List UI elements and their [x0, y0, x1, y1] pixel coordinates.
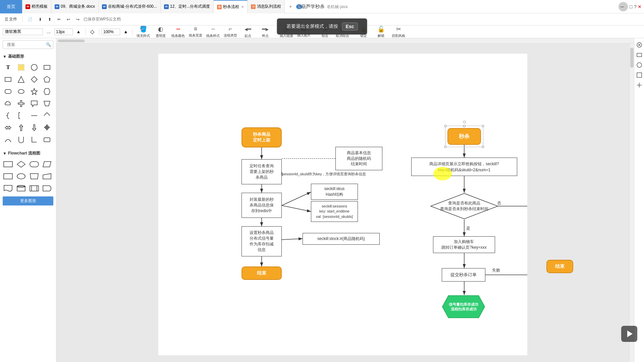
flowchart-title[interactable]: ▼ Flowchart 流程图: [3, 149, 53, 158]
vertical-scrollbar[interactable]: [629, 44, 634, 362]
node-query-check[interactable]: 查询是否有此商品查询是否未到秒杀结束时间: [430, 193, 498, 220]
shape-l-shape[interactable]: [29, 134, 40, 145]
basic-shapes-title[interactable]: ▼ 基础图形: [3, 52, 53, 61]
node-seckill-skus[interactable]: seckill:skusHash结构: [311, 184, 358, 200]
node-set-signal[interactable]: 设置秒杀商品分布式信号量作为库存扣减信息: [241, 226, 282, 256]
font-size-up-btn[interactable]: ▲: [74, 27, 83, 36]
tab-add-btn[interactable]: +: [285, 4, 296, 10]
shape-rounded[interactable]: [3, 86, 13, 97]
node-end-right[interactable]: 结束: [546, 260, 573, 273]
tab-wps[interactable]: W 稻壳模板: [22, 0, 51, 13]
node-task-query[interactable]: 定时任务查询需要上架的秒杀商品: [241, 159, 282, 184]
file-menu-btn[interactable]: ☰ 文件: [3, 16, 19, 23]
flow-cylinder[interactable]: [16, 183, 26, 194]
canvas-area[interactable]: 是 否 失败: [56, 38, 634, 362]
flow-parallelogram[interactable]: [42, 159, 52, 170]
shape-oval[interactable]: [16, 86, 26, 97]
shape-bracket[interactable]: [16, 110, 26, 121]
shape-extra[interactable]: [42, 134, 52, 145]
shape-brace-left[interactable]: [3, 110, 13, 121]
modal-esc-key[interactable]: Esc: [342, 22, 358, 31]
flow-trapezoid[interactable]: [29, 171, 40, 182]
panel-btn-1[interactable]: [635, 41, 643, 49]
minimize-btn[interactable]: ─: [618, 2, 627, 11]
rotation-handle[interactable]: [463, 121, 466, 123]
start-point-btn[interactable]: ◂━ 起点: [240, 26, 256, 38]
node-package-redis[interactable]: 封装最新的秒杀商品信息保存到redis中: [241, 193, 282, 218]
canvas-page[interactable]: 是 否 失败: [158, 54, 527, 355]
shape-rect[interactable]: [42, 62, 52, 73]
shape-sticky[interactable]: [16, 62, 26, 73]
flow-oval[interactable]: [16, 171, 26, 182]
bold-format-btn[interactable]: ◇: [88, 27, 97, 36]
canvas-scroll-area[interactable]: 是 否 失败: [56, 44, 629, 362]
node-seckill-sessions[interactable]: seckill:sessionskey: start_endtimeval: […: [311, 201, 358, 222]
opacity-btn[interactable]: ◐ 透明度: [153, 26, 169, 38]
maximize-btn[interactable]: □: [627, 2, 635, 11]
node-add-cart[interactable]: 加入购物车跳转订单确认页?key=xxx: [433, 236, 495, 253]
panel-btn-3[interactable]: [635, 61, 643, 69]
upload-btn[interactable]: ⬆: [46, 16, 53, 22]
font-select[interactable]: [3, 28, 43, 35]
horizontal-scrollbar-top[interactable]: [56, 38, 634, 44]
panel-btn-2[interactable]: [635, 51, 643, 59]
line-style-btn[interactable]: ┄ 线条样式: [205, 26, 221, 38]
zoom-input[interactable]: [102, 28, 120, 35]
shape-star[interactable]: [29, 86, 40, 97]
close-btn[interactable]: ✕: [635, 2, 644, 11]
shape-arrow-up[interactable]: [16, 122, 26, 133]
tab-谷粒[interactable]: W 谷粒商城-分布式淡帘-600...: [99, 0, 161, 13]
node-basic-info[interactable]: 商品基本信息商品的随机码结束时间: [335, 147, 382, 170]
shape-cloud[interactable]: [3, 98, 13, 109]
shape-arrow-4way[interactable]: [42, 122, 52, 133]
flow-manual[interactable]: [42, 171, 52, 182]
shape-trapezoid[interactable]: [42, 98, 52, 109]
shape-arrow-left-right[interactable]: [3, 122, 13, 133]
shape-line[interactable]: [29, 110, 40, 121]
redo-btn[interactable]: ↪: [74, 16, 82, 22]
font-size-input[interactable]: [54, 28, 73, 35]
node-seckill-main[interactable]: 秒杀: [447, 128, 481, 145]
tab-doc1[interactable]: W 09、商城业务.docx: [51, 0, 99, 13]
panel-btn-4[interactable]: [635, 71, 643, 79]
shape-curve[interactable]: [3, 134, 13, 145]
tab-queue[interactable]: 消 消息队列流程: [248, 0, 285, 13]
zoom-up-btn[interactable]: ▲: [121, 27, 130, 36]
download-btn[interactable]: ⬇: [37, 16, 44, 22]
tab-12[interactable]: W 12、定时...分布式调度: [161, 0, 214, 13]
end-point-btn[interactable]: ━▸ 终点: [257, 26, 273, 38]
flow-delay[interactable]: [42, 183, 52, 194]
font-options-btn[interactable]: …: [44, 27, 53, 36]
shape-speech[interactable]: [29, 98, 40, 109]
shape-angle[interactable]: [42, 110, 52, 121]
new-btn[interactable]: 📄: [25, 16, 35, 22]
shape-u-shape[interactable]: [16, 134, 26, 145]
flow-predefined[interactable]: [29, 183, 40, 194]
flow-rounded[interactable]: [29, 159, 40, 170]
cut-style-btn[interactable]: ✂ 切割风格: [390, 26, 407, 38]
shape-rect2[interactable]: [3, 74, 13, 85]
search-input[interactable]: [5, 41, 46, 48]
pencil-btn[interactable]: ✏: [55, 16, 63, 22]
flow-doc[interactable]: [3, 183, 13, 194]
shape-arrow-down[interactable]: [29, 122, 40, 133]
node-product-detail[interactable]: 商品详细页展示立即抢购按钮，seckill?key=随机码&skuld=2&nu…: [411, 158, 517, 176]
panel-btn-5[interactable]: [635, 81, 643, 89]
node-submit-order[interactable]: 提交秒杀订单: [442, 268, 485, 282]
tab-seckill[interactable]: 秒 秒杀流程 ✕: [214, 0, 248, 13]
shape-circle[interactable]: [29, 62, 40, 73]
unlock-btn[interactable]: 🔓 解锁: [373, 26, 389, 38]
home-tab[interactable]: 首页: [0, 0, 22, 13]
line-color-btn[interactable]: ━ 线条颜色: [170, 26, 186, 38]
shape-text[interactable]: T: [3, 62, 13, 73]
shape-pentagon[interactable]: [42, 74, 52, 85]
connector-type-btn[interactable]: ⌐ 连线类型: [222, 26, 238, 38]
line-width-btn[interactable]: ≡ 线条宽度: [187, 26, 204, 38]
shape-triangle[interactable]: [16, 74, 26, 85]
more-shapes-btn[interactable]: 更多图形: [3, 196, 53, 205]
node-seckill-stock[interactable]: seckill:stock:#(商品随机码): [303, 233, 380, 245]
shape-diamond[interactable]: [29, 74, 40, 85]
video-fab[interactable]: [621, 326, 637, 342]
node-seckill-product[interactable]: 秒杀商品定时上架: [241, 127, 282, 147]
shape-cross[interactable]: [16, 98, 26, 109]
